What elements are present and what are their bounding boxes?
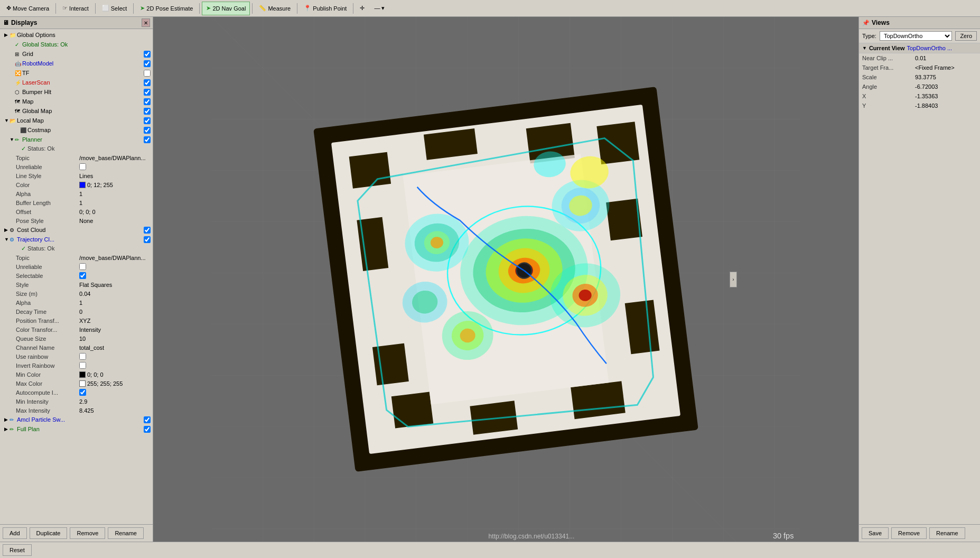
tree-item-fullplan[interactable]: ▶ ✏ Full Plan	[0, 424, 153, 434]
planner-linestyle-prop: Line Style Lines	[0, 171, 153, 180]
view-angle-prop: Angle -6.72003	[859, 82, 980, 91]
map-checkbox[interactable]	[144, 98, 151, 105]
duplicate-button[interactable]: Duplicate	[30, 527, 68, 539]
planner-label: Planner	[22, 136, 144, 143]
views-pin-icon: 📌	[862, 20, 870, 26]
right-panel: 📌 Views Type: TopDownOrtho Orbit FPS Zer…	[858, 17, 980, 542]
displays-label: Displays	[11, 19, 37, 26]
tree-item-cost-cloud[interactable]: ▶ ⚙ Cost Cloud	[0, 225, 153, 235]
view-nearcl-prop: Near Clip ... 0.01	[859, 53, 980, 63]
tree-item-global-status[interactable]: ✓ Global Status: Ok	[0, 40, 153, 49]
traj-autocompute-prop: Autocompute I...	[0, 388, 153, 397]
map-label: Map	[22, 98, 144, 105]
rename-button[interactable]: Rename	[108, 527, 144, 539]
tree-item-grid[interactable]: ⊞ Grid	[0, 49, 153, 59]
interact-btn[interactable]: ☞ Interact	[58, 2, 93, 15]
grid-checkbox[interactable]	[144, 51, 151, 58]
global-status-label: Global Status: Ok	[22, 41, 151, 48]
remove-button[interactable]: Remove	[70, 527, 105, 539]
svg-text:30 fps: 30 fps	[773, 532, 794, 540]
reset-btn[interactable]: Reset	[3, 544, 32, 556]
laserscan-checkbox[interactable]	[144, 79, 151, 86]
traj-mincolor-swatch	[79, 371, 86, 378]
traj-decay-prop: Decay Time 0	[0, 307, 153, 316]
views-header: 📌 Views	[859, 17, 980, 29]
tree-item-trajectory[interactable]: ▼ ⚙ Trajectory Cl...	[0, 235, 153, 244]
traj-arrow: ▼	[4, 237, 10, 242]
robotmodel-checkbox[interactable]	[144, 60, 151, 67]
traj-colortransf-prop: Color Transfor... Intensity	[0, 325, 153, 334]
planner-arrow: ▼	[10, 137, 15, 142]
right-panel-collapse[interactable]: ›	[730, 272, 737, 287]
sep1	[55, 3, 56, 14]
tf-checkbox[interactable]	[144, 70, 151, 77]
costmap-label: Costmap	[27, 127, 144, 133]
planner-unreliable-checkbox[interactable]	[79, 163, 86, 170]
traj-status-prop: ✓ Status: Ok	[0, 244, 153, 253]
tf-icon: 🔀	[15, 70, 22, 76]
localmap-checkbox[interactable]	[144, 117, 151, 124]
extra-btn[interactable]: — ▾	[370, 2, 389, 15]
localmap-icon: 📂	[10, 118, 17, 124]
add-button[interactable]: Add	[3, 527, 27, 539]
traj-unreliable-cb[interactable]	[79, 263, 86, 270]
views-rename-btn[interactable]: Rename	[929, 527, 965, 539]
pose-estimate-btn[interactable]: ➤ 2D Pose Estimate	[136, 2, 197, 15]
tree-item-global-map[interactable]: 🗺 Global Map	[0, 106, 153, 116]
tree-item-global-options[interactable]: ▶ 📁 Global Options	[0, 30, 153, 40]
tree-item-costmap[interactable]: ⬛ Costmap	[0, 125, 153, 135]
displays-close-btn[interactable]: ✕	[142, 18, 150, 27]
tree-item-laserscan[interactable]: ⚡ LaserScan	[0, 78, 153, 87]
amcl-checkbox[interactable]	[144, 416, 151, 423]
grid-icon: ⊞	[15, 51, 22, 57]
costcloud-checkbox[interactable]	[144, 227, 151, 234]
tree-item-planner[interactable]: ▼ ✏ Planner	[0, 135, 153, 144]
publish-point-btn[interactable]: 📍 Publish Point	[300, 2, 351, 15]
traj-checkbox[interactable]	[144, 236, 151, 243]
tree-item-local-map[interactable]: ▼ 📂 Local Map	[0, 116, 153, 125]
tree-item-robotmodel[interactable]: 🤖 RobotModel	[0, 59, 153, 68]
planner-checkbox[interactable]	[144, 136, 151, 143]
traj-autocompute-cb[interactable]	[79, 389, 86, 396]
tree-item-map[interactable]: 🗺 Map	[0, 97, 153, 106]
amcl-label: Amcl Particle Sw...	[17, 416, 144, 423]
costmap-checkbox[interactable]	[144, 127, 151, 134]
traj-invertrainbow-prop: Invert Rainbow	[0, 361, 153, 370]
displays-icon: 🖥	[3, 19, 9, 26]
current-view-header: ▼ Current View TopDownOrtho ...	[859, 43, 980, 53]
globalmap-checkbox[interactable]	[144, 108, 151, 115]
move-camera-btn[interactable]: ✥ Move Camera	[2, 2, 53, 15]
right-bottom-buttons: Save Remove Rename	[859, 524, 980, 542]
robotmodel-label: RobotModel	[22, 60, 144, 67]
select-btn[interactable]: ⬜ Select	[98, 2, 132, 15]
move-icon-btn[interactable]: ✛	[356, 2, 369, 15]
tree-item-tf[interactable]: 🔀 TF	[0, 68, 153, 78]
views-type-select[interactable]: TopDownOrtho Orbit FPS	[880, 31, 952, 41]
viewport[interactable]: 30 fps http://blog.csdn.net/u013341... ›	[153, 17, 858, 542]
traj-minintensity-prop: Min Intensity 2.9	[0, 397, 153, 406]
fullplan-checkbox[interactable]	[144, 426, 151, 433]
measure-btn[interactable]: 📏 Measure	[255, 2, 295, 15]
planner-color-prop: Color 0; 12; 255	[0, 180, 153, 189]
traj-topic-prop: Topic /move_base/DWAPlann...	[0, 253, 153, 262]
views-zero-btn[interactable]: Zero	[955, 31, 977, 41]
views-save-btn[interactable]: Save	[862, 527, 889, 539]
traj-selectable-cb[interactable]	[79, 272, 86, 279]
traj-queuesize-prop: Queue Size 10	[0, 334, 153, 343]
bumper-checkbox[interactable]	[144, 89, 151, 96]
traj-size-prop: Size (m) 0.04	[0, 289, 153, 298]
nav-goal-btn[interactable]: ➤ 2D Nav Goal	[202, 2, 250, 15]
displays-tree: ▶ 📁 Global Options ✓ Global Status: Ok ⊞…	[0, 29, 153, 524]
traj-rainbow-cb[interactable]	[79, 353, 86, 360]
views-title: Views	[872, 19, 890, 26]
views-remove-btn[interactable]: Remove	[891, 527, 927, 539]
expand-arrow-global: ▶	[4, 32, 10, 38]
select-icon: ⬜	[102, 5, 109, 12]
laserscan-label: LaserScan	[22, 79, 144, 86]
tree-item-bumper[interactable]: ⬡ Bumper Hlt	[0, 87, 153, 97]
localmap-label: Local Map	[17, 117, 144, 124]
planner-unreliable-prop: Unreliable	[0, 162, 153, 171]
traj-invertrainbow-cb[interactable]	[79, 362, 86, 369]
robot-icon: 🤖	[15, 61, 22, 67]
tree-item-amcl[interactable]: ▶ ✏ Amcl Particle Sw...	[0, 415, 153, 424]
